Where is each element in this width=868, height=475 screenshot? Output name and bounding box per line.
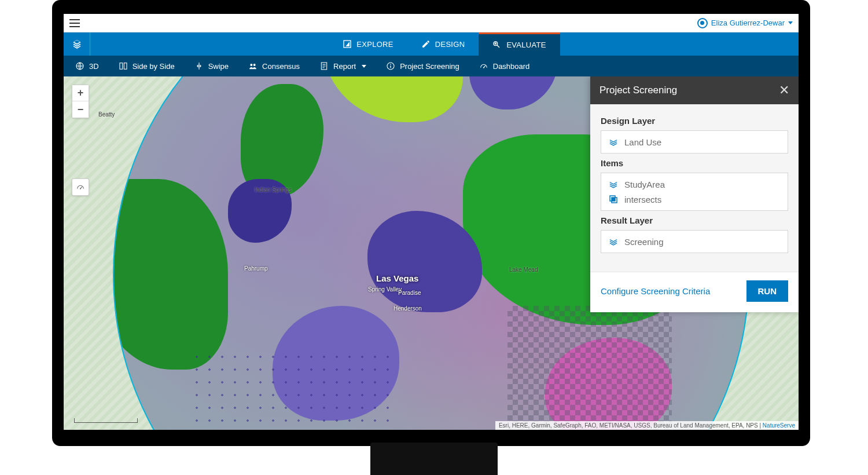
svg-point-10 <box>390 64 391 65</box>
map-label-paradise: Paradise <box>398 290 421 296</box>
globe-icon <box>75 61 84 71</box>
svg-marker-1 <box>346 42 350 46</box>
app-nav: EXPLORE DESIGN EVALUATE <box>64 32 799 56</box>
items-row-1: intersects <box>624 195 661 204</box>
gauge-icon <box>76 182 85 192</box>
map-label-las-vegas: Las Vegas <box>376 273 418 283</box>
tool-dashboard[interactable]: Dashboard <box>479 61 530 71</box>
map-label-lake-mead: Lake Mead <box>509 266 538 273</box>
design-layer-label: Design Layer <box>601 116 788 126</box>
tool-3d[interactable]: 3D <box>75 61 99 71</box>
svg-point-11 <box>483 67 484 68</box>
tab-label: EXPLORE <box>356 40 393 49</box>
panel-footer: Configure Screening Criteria RUN <box>590 272 799 312</box>
layers-icon <box>608 179 619 189</box>
map-attribution: Esri, HERE, Garmin, SafeGraph, FAO, METI… <box>495 421 799 430</box>
evaluate-toolbar: 3D Side by Side Swipe Consensus Report <box>64 56 799 76</box>
layers-icon <box>72 39 82 49</box>
configure-criteria-link[interactable]: Configure Screening Criteria <box>601 286 710 296</box>
tab-design[interactable]: DESIGN <box>407 32 479 56</box>
zoom-out-button[interactable]: − <box>72 101 89 118</box>
tab-label: EVALUATE <box>506 41 546 49</box>
topbar: Eliza Gutierrez-Dewar <box>64 14 799 32</box>
layers-icon <box>608 137 619 147</box>
map-label-indian-springs: Indian Springs <box>255 187 292 193</box>
sidebyside-icon <box>119 61 128 71</box>
monitor-frame: Eliza Gutierrez-Dewar EXPLORE DESIGN <box>52 0 810 446</box>
svg-point-12 <box>80 188 81 189</box>
attribution-text: Esri, HERE, Garmin, SafeGraph, FAO, METI… <box>499 422 763 429</box>
svg-point-7 <box>253 64 256 66</box>
gauge-icon <box>479 61 488 71</box>
svg-rect-15 <box>612 198 615 201</box>
tab-evaluate[interactable]: EVALUATE <box>479 32 560 56</box>
result-layer-field[interactable]: Screening <box>601 230 788 253</box>
tool-label: Side by Side <box>133 62 175 71</box>
zoom-in-button[interactable]: + <box>72 85 89 101</box>
tool-label: Dashboard <box>493 62 530 71</box>
map-label-henderson: Henderson <box>393 305 422 312</box>
map-label-pahrump: Pahrump <box>244 265 268 272</box>
tool-label: 3D <box>89 62 99 71</box>
user-menu[interactable]: Eliza Gutierrez-Dewar <box>697 18 793 28</box>
zoom-control: + − <box>72 85 89 118</box>
consensus-icon <box>248 61 258 71</box>
tool-label: Consensus <box>262 62 300 71</box>
tool-swipe[interactable]: Swipe <box>194 61 229 71</box>
items-row-0: StudyArea <box>624 180 665 189</box>
pencil-icon <box>421 39 431 49</box>
map-label-spring-valley: Spring Valley <box>368 286 402 293</box>
design-layer-field[interactable]: Land Use <box>601 130 788 154</box>
swipe-icon <box>194 61 204 71</box>
explore-icon <box>343 39 352 49</box>
items-label: Items <box>601 158 788 168</box>
menu-button[interactable] <box>69 19 80 27</box>
evaluate-icon <box>492 41 502 50</box>
tool-project-screening[interactable]: Project Screening <box>386 61 459 71</box>
tool-consensus[interactable]: Consensus <box>248 61 300 71</box>
svg-rect-5 <box>124 63 127 70</box>
map-label-beatty: Beatty <box>98 111 115 118</box>
monitor-stand <box>370 443 498 475</box>
project-screening-panel: Project Screening ✕ Design Layer Land Us… <box>590 76 799 312</box>
svg-rect-0 <box>344 41 351 48</box>
panel-title: Project Screening <box>599 85 677 96</box>
map-area[interactable]: Beatty Indian Springs Pahrump Las Vegas … <box>64 76 799 430</box>
run-button[interactable]: RUN <box>746 280 789 302</box>
scale-bar <box>74 418 138 423</box>
tool-label: Swipe <box>208 62 229 71</box>
panel-header: Project Screening ✕ <box>590 76 799 104</box>
layers-button[interactable] <box>64 32 90 56</box>
screen: Eliza Gutierrez-Dewar EXPLORE DESIGN <box>64 14 799 430</box>
widget-button[interactable] <box>72 178 89 196</box>
intersect-icon <box>608 194 619 204</box>
result-layer-label: Result Layer <box>601 215 788 225</box>
attribution-link[interactable]: NatureServe <box>763 422 795 429</box>
tab-explore[interactable]: EXPLORE <box>329 32 407 56</box>
tool-sidebyside[interactable]: Side by Side <box>119 61 175 71</box>
svg-point-6 <box>250 64 252 66</box>
close-button[interactable]: ✕ <box>779 83 789 98</box>
tool-label: Project Screening <box>400 62 459 71</box>
layers-icon <box>608 236 619 247</box>
tab-label: DESIGN <box>435 40 465 49</box>
tool-label: Report <box>333 62 356 71</box>
user-avatar-icon <box>697 18 708 28</box>
user-name: Eliza Gutierrez-Dewar <box>711 19 785 27</box>
info-icon <box>386 61 395 71</box>
chevron-down-icon <box>788 21 793 24</box>
tool-report[interactable]: Report <box>319 61 366 71</box>
chevron-down-icon <box>362 65 366 68</box>
svg-rect-4 <box>120 63 123 70</box>
items-field[interactable]: StudyArea intersects <box>601 173 788 211</box>
report-icon <box>319 61 329 71</box>
design-layer-value: Land Use <box>624 137 661 147</box>
result-layer-value: Screening <box>624 237 664 247</box>
